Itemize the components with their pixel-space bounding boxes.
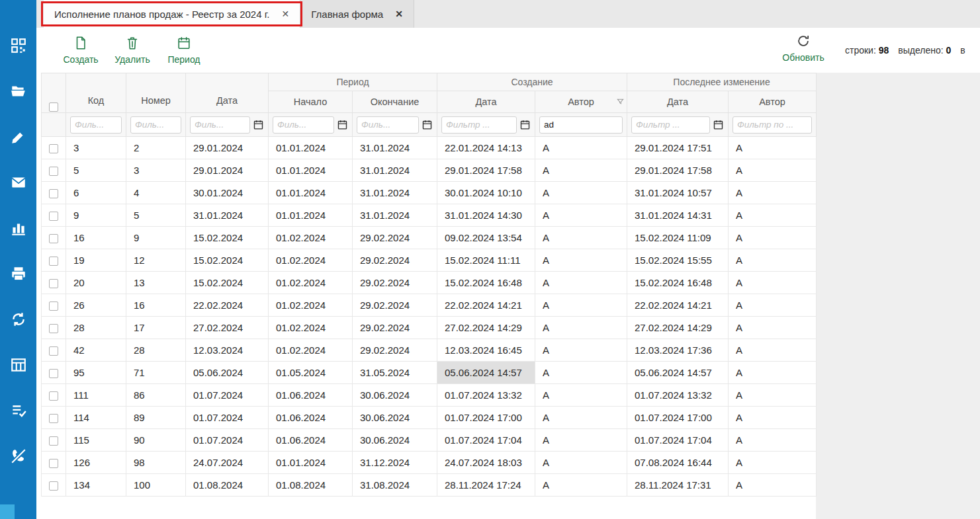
cell-sozdanie-avtor[interactable]: A [535,429,627,452]
cell-sozdanie-avtor[interactable]: A [535,317,627,339]
filter-input-kod[interactable] [70,116,122,134]
cell-sozdanie-data[interactable]: 29.01.2024 17:58 [437,159,535,182]
sync-icon[interactable] [10,311,27,328]
calendar-icon[interactable] [337,119,348,130]
refresh-button[interactable]: Обновить [778,34,829,63]
table-row[interactable]: 13410001.08.202401.08.202431.08.202428.1… [42,474,817,497]
cell-sozdanie-data[interactable]: 01.07.2024 17:00 [437,407,535,429]
table-row[interactable]: 957105.06.202401.05.202431.05.202405.06.… [42,362,817,384]
cell-sozdanie-data[interactable]: 15.02.2024 16:48 [437,272,535,294]
cell-kod[interactable]: 19 [66,249,126,272]
table-row[interactable]: 261622.02.202401.02.202429.02.202422.02.… [42,294,817,317]
calendar-icon[interactable] [253,119,264,130]
tab-main-form[interactable]: Главная форма ✕ [300,0,414,28]
cell-izmenenie-data[interactable]: 05.06.2024 14:57 [627,362,729,384]
cell-sozdanie-avtor[interactable]: A [535,227,627,249]
cell-kod[interactable]: 3 [66,137,126,159]
table-icon[interactable] [10,356,27,374]
table-row[interactable]: 3229.01.202401.01.202431.01.202422.01.20… [42,137,817,159]
cell-nachalo[interactable]: 01.02.2024 [269,339,353,362]
cell-nomer[interactable]: 16 [126,294,186,317]
cell-sozdanie-avtor[interactable]: A [535,384,627,407]
close-icon[interactable]: ✕ [282,9,290,19]
column-header-nachalo[interactable]: Начало [269,91,353,113]
cell-izmenenie-avtor[interactable]: A [729,317,817,339]
row-checkbox[interactable] [49,459,58,468]
cell-kod[interactable]: 28 [66,317,126,339]
row-checkbox[interactable] [49,324,58,333]
filter-input-okonchanie[interactable] [357,116,419,134]
cell-okonchanie[interactable]: 31.08.2024 [353,474,437,497]
table-row[interactable]: 1159001.07.202401.06.202430.06.202401.07… [42,429,817,452]
cell-okonchanie[interactable]: 31.01.2024 [353,137,437,159]
folder-icon[interactable] [10,83,27,100]
cell-nachalo[interactable]: 01.02.2024 [269,272,353,294]
cell-sozdanie-data[interactable]: 30.01.2024 10:10 [437,182,535,204]
cell-data[interactable]: 12.03.2024 [186,339,269,362]
cell-izmenenie-data[interactable]: 28.11.2024 17:31 [627,474,729,497]
delete-button[interactable]: Удалить [107,36,158,65]
cell-kod[interactable]: 134 [66,474,126,497]
cell-izmenenie-data[interactable]: 15.02.2024 15:55 [627,249,729,272]
cell-izmenenie-data[interactable]: 31.01.2024 14:31 [627,204,729,227]
cell-okonchanie[interactable]: 29.02.2024 [353,249,437,272]
cell-data[interactable]: 29.01.2024 [186,137,269,159]
cell-nachalo[interactable]: 01.01.2024 [269,204,353,227]
cell-nomer[interactable]: 9 [126,227,186,249]
cell-okonchanie[interactable]: 31.01.2024 [353,204,437,227]
cell-data[interactable]: 05.06.2024 [186,362,269,384]
column-header-kod[interactable]: Код [66,73,126,113]
calendar-icon[interactable] [519,119,531,130]
cell-okonchanie[interactable]: 29.02.2024 [353,272,437,294]
cell-nachalo[interactable]: 01.06.2024 [269,407,353,429]
cell-nachalo[interactable]: 01.01.2024 [269,137,353,159]
cell-okonchanie[interactable]: 31.05.2024 [353,362,437,384]
pencil-icon[interactable] [10,128,27,145]
cell-okonchanie[interactable]: 30.06.2024 [353,429,437,452]
cell-sozdanie-avtor[interactable]: A [535,407,627,429]
cell-nachalo[interactable]: 01.01.2024 [269,182,353,204]
cell-sozdanie-data[interactable]: 05.06.2024 14:57 [437,362,535,384]
table-row[interactable]: 1269824.07.202401.01.202431.12.202424.07… [42,452,817,474]
cell-izmenenie-data[interactable]: 29.01.2024 17:58 [627,159,729,182]
cell-kod[interactable]: 114 [66,407,126,429]
cell-nomer[interactable]: 5 [126,204,186,227]
cell-kod[interactable]: 126 [66,452,126,474]
cell-nomer[interactable]: 4 [126,182,186,204]
cell-nomer[interactable]: 86 [126,384,186,407]
cell-sozdanie-data[interactable]: 12.03.2024 16:45 [437,339,535,362]
cell-data[interactable]: 27.02.2024 [186,317,269,339]
cell-okonchanie[interactable]: 30.06.2024 [353,384,437,407]
cell-data[interactable]: 31.01.2024 [186,204,269,227]
calendar-icon[interactable] [422,119,433,130]
row-checkbox[interactable] [49,144,58,153]
cell-izmenenie-data[interactable]: 15.02.2024 11:09 [627,227,729,249]
cell-kod[interactable]: 6 [66,182,126,204]
cell-sozdanie-avtor[interactable]: A [535,159,627,182]
cell-data[interactable]: 15.02.2024 [186,272,269,294]
cell-sozdanie-avtor[interactable]: A [535,249,627,272]
cell-kod[interactable]: 111 [66,384,126,407]
table-row[interactable]: 6430.01.202401.01.202431.01.202430.01.20… [42,182,817,204]
cell-izmenenie-avtor[interactable]: A [729,294,817,317]
cell-izmenenie-avtor[interactable]: A [729,407,817,429]
cell-sozdanie-data[interactable]: 28.11.2024 17:24 [437,474,535,497]
cell-data[interactable]: 01.07.2024 [186,429,269,452]
cell-okonchanie[interactable]: 29.02.2024 [353,317,437,339]
mail-icon[interactable] [10,174,27,191]
row-checkbox[interactable] [49,414,58,423]
cell-okonchanie[interactable]: 31.01.2024 [353,159,437,182]
cell-sozdanie-data[interactable]: 01.07.2024 17:04 [437,429,535,452]
cell-kod[interactable]: 95 [66,362,126,384]
cell-okonchanie[interactable]: 31.12.2024 [353,452,437,474]
cell-nachalo[interactable]: 01.02.2024 [269,294,353,317]
cell-nachalo[interactable]: 01.06.2024 [269,384,353,407]
table-row[interactable]: 422812.03.202401.02.202429.02.202412.03.… [42,339,817,362]
cell-data[interactable]: 01.08.2024 [186,474,269,497]
cell-nomer[interactable]: 98 [126,452,186,474]
cell-sozdanie-avtor[interactable]: A [535,339,627,362]
cell-okonchanie[interactable]: 30.06.2024 [353,407,437,429]
cell-izmenenie-data[interactable]: 01.07.2024 13:32 [627,384,729,407]
cell-sozdanie-data[interactable]: 22.02.2024 14:21 [437,294,535,317]
cell-izmenenie-data[interactable]: 15.02.2024 16:48 [627,272,729,294]
